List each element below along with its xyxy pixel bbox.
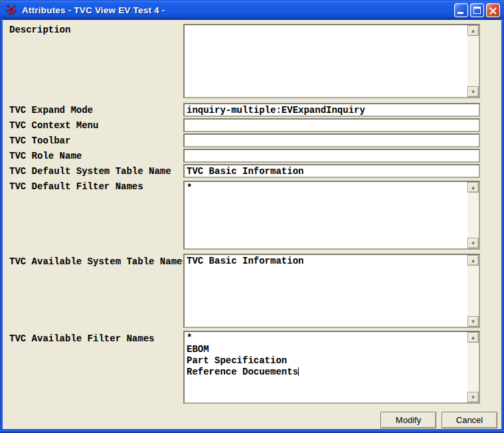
scrollbar-track[interactable] — [467, 266, 479, 316]
attributes-dialog-window: Attributes - TVC View EV Test 4 - Descri… — [0, 0, 504, 433]
scrollbar-track[interactable] — [467, 343, 479, 392]
text-caret — [298, 367, 299, 376]
window-border-bottom — [0, 429, 504, 433]
maximize-icon — [473, 7, 481, 14]
window-title: Attributes - TVC View EV Test 4 - — [22, 5, 454, 15]
scroll-up-button[interactable]: ▲ — [467, 182, 479, 193]
scroll-up-button[interactable]: ▲ — [467, 255, 479, 266]
cancel-button[interactable]: Cancel — [442, 412, 497, 428]
expand-mode-input[interactable] — [183, 103, 480, 117]
toolbar-input[interactable] — [183, 133, 480, 147]
scroll-down-icon: ▼ — [471, 89, 476, 95]
toolbar-label: TVC Toolbar — [9, 135, 70, 146]
maximize-button[interactable] — [470, 3, 484, 17]
minimize-icon — [458, 12, 463, 14]
available-system-table-names-text[interactable]: TVC Basic Information — [185, 255, 467, 327]
default-system-table-name-input[interactable] — [183, 164, 480, 178]
available-filter-names-scrollbar[interactable]: ▲ ▼ — [467, 332, 479, 402]
scroll-down-button[interactable]: ▼ — [467, 392, 479, 402]
scroll-up-icon: ▲ — [471, 258, 476, 264]
default-filter-names-label: TVC Default Filter Names — [9, 181, 143, 192]
default-system-table-name-label: TVC Default System Table Name — [9, 166, 171, 177]
scroll-down-button[interactable]: ▼ — [467, 316, 479, 327]
context-menu-input[interactable] — [183, 118, 480, 132]
available-filter-names-label: TVC Available Filter Names — [9, 333, 154, 344]
title-bar[interactable]: Attributes - TVC View EV Test 4 - — [0, 0, 504, 20]
scroll-down-button[interactable]: ▼ — [467, 238, 479, 248]
available-system-table-names-label: TVC Available System Table Names — [9, 256, 188, 267]
available-filter-names-field[interactable]: * EBOM Part Specification Reference Docu… — [183, 331, 480, 404]
modify-button[interactable]: Modify — [380, 412, 436, 428]
scroll-down-button[interactable]: ▼ — [467, 86, 479, 97]
close-icon — [489, 6, 497, 18]
scroll-up-button[interactable]: ▲ — [467, 332, 479, 343]
available-system-table-names-field[interactable]: TVC Basic Information ▲ ▼ — [183, 254, 480, 328]
description-label: Description — [9, 25, 70, 35]
scrollbar-track[interactable] — [467, 193, 479, 238]
scroll-up-icon: ▲ — [471, 335, 476, 341]
context-menu-label: TVC Context Menu — [9, 120, 98, 131]
description-text[interactable] — [185, 25, 467, 97]
available-system-table-names-scrollbar[interactable]: ▲ ▼ — [467, 255, 479, 327]
scrollbar-track[interactable] — [467, 36, 479, 86]
window-border-right — [501, 19, 504, 433]
scroll-down-icon: ▼ — [471, 319, 476, 325]
default-filter-names-field[interactable]: * ▲ ▼ — [183, 181, 480, 250]
scroll-up-icon: ▲ — [471, 28, 476, 34]
close-button[interactable] — [486, 3, 500, 17]
scroll-up-button[interactable]: ▲ — [467, 25, 479, 36]
description-field[interactable]: ▲ ▼ — [183, 24, 480, 98]
role-name-label: TVC Role Name — [9, 151, 82, 161]
role-name-input[interactable] — [183, 149, 480, 163]
default-filter-names-scrollbar[interactable]: ▲ ▼ — [467, 182, 479, 248]
description-scrollbar[interactable]: ▲ ▼ — [467, 25, 479, 97]
available-filter-names-text[interactable]: * EBOM Part Specification Reference Docu… — [185, 332, 467, 402]
scroll-up-icon: ▲ — [471, 185, 476, 191]
default-filter-names-text[interactable]: * — [185, 182, 467, 248]
scroll-down-icon: ▼ — [471, 394, 476, 400]
scroll-down-icon: ▼ — [471, 240, 476, 246]
minimize-button[interactable] — [454, 3, 468, 17]
window-border-left — [0, 19, 3, 433]
app-molecule-icon — [5, 3, 18, 17]
expand-mode-label: TVC Expand Mode — [9, 105, 93, 116]
